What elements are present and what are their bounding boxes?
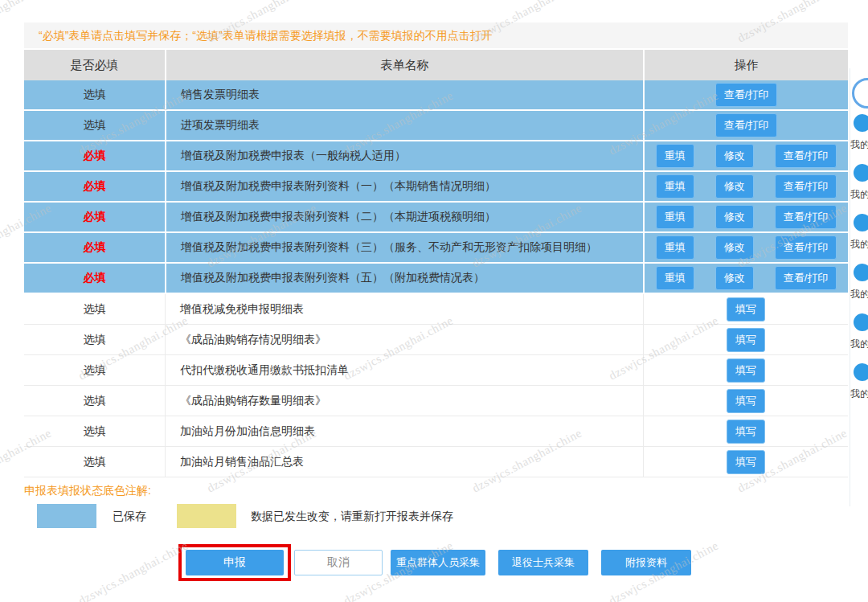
rail-item-label: 我的 — [850, 288, 868, 301]
legend-title: 申报表填报状态底色注解: — [24, 484, 151, 498]
table-row: 选填《成品油购销存情况明细表》填写 — [24, 325, 848, 355]
table-header: 是否必填 表单名称 操作 — [24, 50, 848, 80]
rail-item-icon[interactable] — [854, 313, 868, 331]
fill-button[interactable]: 填写 — [727, 420, 765, 444]
notice-bar: “必填”表单请点击填写并保存；“选填”表单请根据需要选择填报，不需要填报的不用点… — [24, 23, 848, 48]
refill-button[interactable]: 重填 — [656, 205, 694, 229]
required-cell: 选填 — [24, 294, 165, 324]
table-row: 必填增值税及附加税费申报表附列资料（五）（附加税费情况表）重填修改查看/打印 — [24, 264, 848, 294]
required-cell: 必填 — [24, 264, 165, 293]
form-name-cell: 增值税减免税申报明细表 — [165, 294, 643, 324]
operation-cell: 查看/打印 — [643, 111, 848, 140]
table-row: 选填销售发票明细表查看/打印 — [24, 80, 848, 111]
form-name-cell: 进项发票明细表 — [165, 111, 643, 140]
notice-text: “必填”表单请点击填写并保存；“选填”表单请根据需要选择填报，不需要填报的不用点… — [39, 29, 493, 42]
table-row: 选填代扣代缴税收通用缴款书抵扣清单填写 — [24, 355, 848, 386]
view-print-button[interactable]: 查看/打印 — [775, 205, 837, 229]
rail-item-icon[interactable] — [854, 214, 868, 231]
modify-button[interactable]: 修改 — [715, 144, 754, 168]
form-name-cell: 增值税及附加税费申报表附列资料（三）（服务、不动产和无形资产扣除项目明细） — [165, 233, 643, 262]
attachment-button[interactable]: 附报资料 — [601, 550, 691, 575]
refill-button[interactable]: 重填 — [656, 144, 694, 168]
form-name-cell: 销售发票明细表 — [165, 80, 643, 109]
rail-item-icon[interactable] — [854, 264, 868, 281]
rail-item-icon[interactable] — [854, 363, 868, 381]
table-row: 必填增值税及附加税费申报表附列资料（一）（本期销售情况明细）重填修改查看/打印 — [24, 172, 848, 203]
fill-button[interactable]: 填写 — [727, 358, 765, 383]
changed-swatch — [177, 504, 236, 528]
view-print-button[interactable]: 查看/打印 — [775, 266, 837, 290]
rail-item-label: 我的 — [850, 138, 868, 152]
view-print-button[interactable]: 查看/打印 — [775, 235, 837, 260]
rail-item-label: 我的 — [850, 188, 868, 202]
rail-item-label: 我的 — [850, 387, 868, 401]
header-cell-name: 表单名称 — [165, 50, 643, 80]
key-group-collect-button[interactable]: 重点群体人员采集 — [391, 550, 485, 575]
operation-cell: 填写 — [643, 294, 848, 324]
operation-cell: 重填修改查看/打印 — [643, 233, 848, 262]
form-name-cell: 《成品油购销存数量明细表》 — [165, 386, 643, 416]
modify-button[interactable]: 修改 — [715, 235, 754, 260]
required-cell: 选填 — [24, 111, 165, 140]
changed-label: 数据已发生改变，请重新打开报表并保存 — [251, 510, 453, 524]
view-print-button[interactable]: 查看/打印 — [715, 113, 778, 137]
required-cell: 必填 — [24, 203, 165, 231]
rail-item-icon[interactable] — [854, 114, 868, 132]
refill-button[interactable]: 重填 — [656, 235, 694, 260]
table-row: 选填《成品油购销存数量明细表》填写 — [24, 386, 848, 416]
fill-button[interactable]: 填写 — [727, 328, 765, 352]
operation-cell: 填写 — [643, 386, 848, 416]
footer-actions: 申报 取消 重点群体人员采集 退役士兵采集 附报资料 — [0, 544, 868, 592]
table-row: 必填增值税及附加税费申报表（一般纳税人适用）重填修改查看/打印 — [24, 141, 848, 172]
view-print-button[interactable]: 查看/打印 — [775, 174, 837, 199]
view-print-button[interactable]: 查看/打印 — [715, 83, 778, 107]
fill-button[interactable]: 填写 — [727, 389, 765, 413]
modify-button[interactable]: 修改 — [715, 205, 754, 229]
form-name-cell: 增值税及附加税费申报表附列资料（五）（附加税费情况表） — [165, 264, 643, 293]
required-cell: 必填 — [24, 172, 165, 201]
operation-cell: 重填修改查看/打印 — [643, 203, 848, 231]
form-table: 是否必填 表单名称 操作 选填销售发票明细表查看/打印选填进项发票明细表查看/打… — [24, 50, 848, 477]
operation-cell: 重填修改查看/打印 — [643, 141, 848, 170]
required-cell: 必填 — [24, 233, 165, 262]
form-name-cell: 增值税及附加税费申报表附列资料（一）（本期销售情况明细） — [165, 172, 643, 201]
form-name-cell: 代扣代缴税收通用缴款书抵扣清单 — [165, 355, 643, 385]
rail-item-icon[interactable] — [854, 164, 868, 182]
table-row: 必填增值税及附加税费申报表附列资料（二）（本期进项税额明细）重填修改查看/打印 — [24, 203, 848, 233]
modify-button[interactable]: 修改 — [715, 266, 754, 290]
operation-cell: 填写 — [643, 416, 848, 446]
operation-cell: 重填修改查看/打印 — [643, 264, 848, 293]
operation-cell: 填写 — [643, 355, 848, 385]
rail-item-label: 我的 — [850, 238, 868, 252]
header-cell-operation: 操作 — [643, 50, 848, 80]
modify-button[interactable]: 修改 — [715, 174, 754, 199]
cancel-button[interactable]: 取消 — [294, 550, 383, 575]
refill-button[interactable]: 重填 — [656, 266, 694, 290]
required-cell: 选填 — [24, 325, 165, 354]
table-row: 选填加油站月销售油品汇总表填写 — [24, 447, 848, 477]
veteran-collect-button[interactable]: 退役士兵采集 — [498, 550, 588, 575]
refill-button[interactable]: 重填 — [656, 174, 694, 199]
operation-cell: 重填修改查看/打印 — [643, 172, 848, 201]
form-name-cell: 加油站月销售油品汇总表 — [165, 447, 643, 477]
required-cell: 选填 — [24, 386, 165, 416]
operation-cell: 查看/打印 — [643, 80, 848, 109]
table-row: 选填增值税减免税申报明细表填写 — [24, 294, 848, 325]
fill-button[interactable]: 填写 — [727, 297, 765, 321]
saved-label: 已保存 — [113, 510, 146, 524]
view-print-button[interactable]: 查看/打印 — [775, 144, 837, 168]
form-name-cell: 加油站月份加油信息明细表 — [165, 416, 643, 446]
required-cell: 选填 — [24, 416, 165, 446]
form-name-cell: 增值税及附加税费申报表附列资料（二）（本期进项税额明细） — [165, 203, 643, 231]
required-cell: 选填 — [24, 447, 165, 477]
rail-ring-icon[interactable] — [852, 78, 868, 109]
saved-swatch — [37, 504, 96, 528]
table-row: 必填增值税及附加税费申报表附列资料（三）（服务、不动产和无形资产扣除项目明细）重… — [24, 233, 848, 264]
fill-button[interactable]: 填写 — [727, 450, 765, 474]
table-row: 选填进项发票明细表查看/打印 — [24, 111, 848, 141]
declare-button[interactable]: 申报 — [186, 550, 284, 575]
form-name-cell: 《成品油购销存情况明细表》 — [165, 325, 643, 354]
operation-cell: 填写 — [643, 325, 848, 354]
operation-cell: 填写 — [643, 447, 848, 477]
form-name-cell: 增值税及附加税费申报表（一般纳税人适用） — [165, 141, 643, 170]
